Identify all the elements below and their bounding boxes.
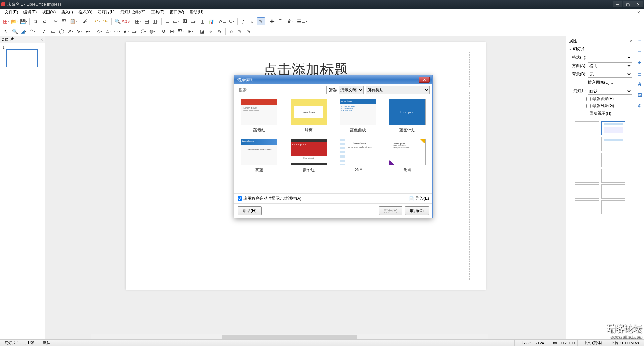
print-icon[interactable]: 🖨 (40, 17, 48, 25)
points-icon[interactable]: ☆ (227, 27, 235, 35)
template-search-input[interactable] (237, 86, 327, 94)
layout-six[interactable] (601, 184, 625, 199)
hyperlink-icon[interactable]: ⟐ (248, 17, 256, 25)
stars-icon[interactable]: ★ (122, 27, 130, 35)
new-document-icon[interactable]: ▦ (2, 17, 10, 25)
textbox-icon[interactable]: A▭ (219, 17, 227, 25)
cancel-button[interactable]: 取消(C) (405, 206, 429, 215)
menu-insert[interactable]: 插入(I) (58, 9, 75, 16)
export-pdf-icon[interactable]: 🗎 (31, 17, 39, 25)
shadow-icon[interactable]: ◪ (198, 27, 206, 35)
menu-tools[interactable]: 工具(T) (148, 9, 167, 16)
layout-l1[interactable] (575, 200, 599, 214)
properties-close-icon[interactable]: × (630, 39, 632, 44)
distribute-icon[interactable]: ⊞ (186, 27, 194, 35)
3d-objects-icon[interactable]: ◍ (148, 27, 156, 35)
gluepoint-icon[interactable]: ✎ (236, 27, 244, 35)
template-item[interactable]: Lorem Ipsum• sed eiusmod• tempor incidid… (387, 139, 428, 173)
basic-shapes-icon[interactable]: ◇ (96, 27, 104, 35)
filter-icon[interactable]: ✎ (215, 27, 224, 35)
template-item[interactable]: Lorem IpsumLorem ipsum dolor sit amet 亮蓝 (239, 139, 280, 173)
close-document-icon[interactable]: × (635, 10, 642, 15)
layout-blank[interactable] (575, 121, 599, 135)
select-icon[interactable]: ↖ (2, 27, 10, 35)
sidebar-master-slides-icon[interactable]: ▤ (636, 70, 643, 77)
curves-icon[interactable]: ∿ (75, 27, 83, 35)
sidebar-animation-icon[interactable]: ★ (636, 59, 643, 66)
sidebar-slide-transition-icon[interactable]: ▭ (636, 48, 643, 55)
open-icon[interactable]: 📂 (11, 17, 19, 25)
menu-format[interactable]: 格式(O) (76, 9, 95, 16)
av-icon[interactable]: ◫ (198, 17, 206, 25)
layout-l2[interactable] (601, 200, 625, 214)
menu-help[interactable]: 帮助(H) (187, 9, 206, 16)
menu-slide[interactable]: 幻灯片(L) (95, 9, 117, 16)
start-slideshow-icon[interactable]: ▭ (163, 17, 171, 25)
layout-three-col[interactable] (601, 169, 625, 183)
arrange-icon[interactable]: ⿻ (177, 27, 185, 35)
connectors-icon[interactable]: ⌐ (84, 27, 92, 35)
dialog-close-icon[interactable]: ✕ (419, 77, 430, 83)
align-icon[interactable]: ⊟ (169, 27, 177, 35)
filter-category-select[interactable]: 所有类别 (366, 86, 430, 94)
new-slide-icon[interactable]: ✚ (269, 17, 277, 25)
master-bg-checkbox[interactable] (586, 97, 591, 101)
paste-icon[interactable]: 📋 (69, 17, 77, 25)
help-button[interactable]: 帮助(H) (238, 206, 262, 215)
rectangle-icon[interactable]: ▭ (49, 27, 57, 35)
grid-icon[interactable]: ▤ (143, 17, 151, 25)
horizontal-scrollbar[interactable] (91, 334, 488, 339)
insert-image-button[interactable]: 插入图像(C)... (569, 79, 632, 86)
close-window-button[interactable]: ✕ (633, 1, 643, 7)
callouts-icon[interactable]: ▭ (131, 27, 139, 35)
undo-icon[interactable]: ↶ (93, 17, 101, 25)
extrusion-icon[interactable]: ✎ (245, 27, 253, 35)
master-slide-select[interactable]: 默认 (588, 88, 632, 95)
format-select[interactable] (588, 54, 632, 61)
template-item[interactable]: Lorem IpsumLorem ipsum dolor sit amet DN… (338, 139, 378, 173)
slideshow-current-icon[interactable]: ▭ (172, 17, 180, 25)
display-views-icon[interactable]: ▥ (151, 17, 160, 25)
find-icon[interactable]: 🔍 (113, 17, 122, 25)
show-draw-functions-icon[interactable]: ✎ (257, 17, 265, 25)
template-item[interactable]: Lorem Ipsum 蓝图计划 (387, 99, 428, 133)
layout-four[interactable] (575, 184, 599, 199)
background-select[interactable]: 无 (588, 71, 632, 78)
copy-icon[interactable]: ⿻ (61, 17, 69, 25)
zoom-icon[interactable]: 🔍 (11, 27, 19, 35)
table-icon[interactable]: ▦ (134, 17, 142, 25)
save-icon[interactable]: 💾 (20, 17, 28, 25)
properties-section-slide[interactable]: 幻灯片 (568, 45, 633, 53)
slide-thumbnail[interactable] (6, 49, 38, 67)
ellipse-icon[interactable]: ◯ (58, 27, 66, 35)
layout-title-only[interactable] (601, 137, 625, 151)
maximize-button[interactable]: ▢ (623, 1, 633, 7)
sidebar-styles-icon[interactable]: A (636, 81, 643, 88)
import-button[interactable]: 📄 导入(E) (409, 196, 429, 201)
minimize-button[interactable]: ─ (613, 1, 622, 7)
line-color-icon[interactable]: ☖ (28, 27, 36, 35)
lines-arrows-icon[interactable]: ↗ (66, 27, 74, 35)
redo-icon[interactable]: ↷ (102, 17, 110, 25)
media-icon[interactable]: ▭ (190, 17, 198, 25)
layout-title-two[interactable] (575, 137, 599, 151)
rotate-icon[interactable]: ⟳ (160, 27, 168, 35)
template-item[interactable]: Lorem IpsumDolor sit amet 豪华红 (289, 139, 329, 173)
slide-layout-icon[interactable]: ☰▭ (298, 17, 306, 25)
sidebar-gallery-icon[interactable]: 🖼 (636, 92, 643, 98)
layout-two-content[interactable] (575, 153, 599, 167)
orientation-select[interactable]: 横向 (588, 62, 632, 69)
menu-file[interactable]: 文件(F) (2, 9, 21, 16)
open-button[interactable]: 打开(F) (379, 206, 402, 215)
template-item[interactable]: Lorem ipsum—— —— —— 茜素红 (239, 99, 280, 133)
symbol-shapes-icon[interactable]: ☺ (104, 27, 112, 35)
master-view-button[interactable]: 母版视图(H) (569, 110, 632, 117)
flowchart-icon[interactable]: ⎔ (139, 27, 147, 35)
fill-color-icon[interactable]: ◢ (20, 27, 28, 35)
template-item[interactable]: Lorem Ipsum• Dolor sit amet• Consectetur… (338, 99, 378, 133)
chart-icon[interactable]: 📊 (207, 17, 215, 25)
startup-show-checkbox[interactable] (238, 196, 242, 201)
master-obj-checkbox[interactable] (586, 104, 591, 108)
sidebar-navigator-icon[interactable]: ⊚ (636, 102, 643, 109)
slides-panel-close-icon[interactable]: × (41, 37, 43, 42)
